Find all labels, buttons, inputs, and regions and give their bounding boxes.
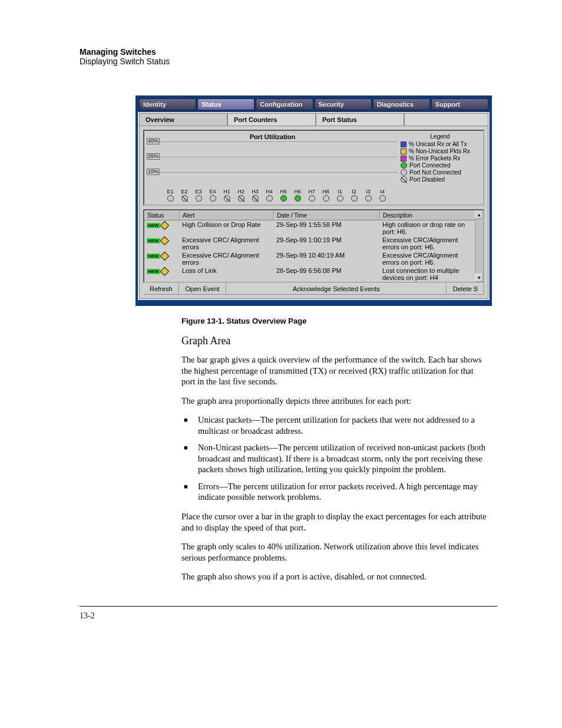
subtab-portcounters[interactable]: Port Counters bbox=[227, 113, 316, 126]
table-row[interactable]: NEWHigh Collision or Drop Rate29-Sep-99 … bbox=[144, 220, 475, 236]
port-label: H6 bbox=[292, 189, 303, 195]
legend-nonunicast: % Non-Unicast Pkts Rx bbox=[409, 148, 470, 154]
port-status-icon[interactable] bbox=[351, 195, 358, 202]
port-utilization-chart: Port Utilization 40% 25% 10% E1E2E3E4H1H… bbox=[143, 130, 484, 206]
list-item: Errors—The percent utilization for error… bbox=[181, 481, 488, 503]
event-body: NEWHigh Collision or Drop Rate29-Sep-99 … bbox=[144, 220, 483, 282]
tab-status[interactable]: Status bbox=[197, 98, 254, 110]
event-header: Status Alert Date / Time Description bbox=[144, 210, 483, 220]
new-badge-icon: NEW bbox=[147, 238, 160, 243]
port-status-icon[interactable] bbox=[210, 195, 216, 202]
port-status-icon[interactable] bbox=[323, 195, 329, 202]
table-row[interactable]: NEWExcessive CRC/ Alignment errors29-Sep… bbox=[144, 236, 475, 251]
legend-error: % Error Packets Rx bbox=[409, 155, 460, 162]
figure-caption: Figure 13-1. Status Overview Page bbox=[181, 317, 497, 325]
port-status-icon[interactable] bbox=[280, 195, 287, 202]
led-connected-icon bbox=[401, 162, 407, 169]
led-notconnected-icon bbox=[401, 169, 407, 176]
para-2: The graph area proportionally depicts th… bbox=[181, 396, 488, 407]
cell-alert: High Collision or Drop Rate bbox=[180, 220, 274, 236]
table-row[interactable]: NEWExcessive CRC/ Alignment errors29-Sep… bbox=[144, 251, 475, 266]
port-row: E1E2E3E4H1H2H3H4H5H6H7H8I1I2I3I4 bbox=[148, 189, 397, 203]
alert-diamond-icon bbox=[160, 251, 169, 261]
port-label: H1 bbox=[221, 189, 233, 195]
port-label: E4 bbox=[207, 189, 219, 195]
port-status-icon[interactable] bbox=[295, 195, 301, 202]
port-status-icon[interactable] bbox=[167, 195, 174, 202]
tab-identity[interactable]: Identity bbox=[139, 98, 196, 110]
hdr-status[interactable]: Status bbox=[144, 210, 180, 220]
port-status-icon[interactable] bbox=[238, 195, 244, 202]
legend-disabled: Port Disabled bbox=[409, 176, 445, 183]
swatch-nonunicast-icon bbox=[401, 149, 406, 154]
scroll-down-icon[interactable]: ▾ bbox=[475, 274, 483, 282]
port-status-icon[interactable] bbox=[337, 195, 343, 202]
hdr-alert[interactable]: Alert bbox=[180, 210, 274, 220]
subtab-overview[interactable]: Overview bbox=[139, 113, 227, 126]
led-disabled-icon bbox=[401, 176, 407, 183]
list-item: Unicast packets—The percent utilization … bbox=[181, 414, 488, 436]
para-4: The graph only scales to 40% utilization… bbox=[181, 541, 488, 563]
alert-diamond-icon bbox=[160, 220, 169, 230]
port-status-icon[interactable] bbox=[181, 195, 188, 202]
port-status-icon[interactable] bbox=[379, 195, 386, 202]
hdr-desc[interactable]: Description bbox=[380, 210, 483, 220]
port-label: E3 bbox=[193, 189, 204, 195]
cell-alert: Excessive CRC/ Alignment errors bbox=[180, 251, 274, 266]
acknowledge-button[interactable]: Acknowledge Selected Events bbox=[226, 283, 447, 295]
port-label: H4 bbox=[263, 189, 275, 195]
port-status-icon[interactable] bbox=[224, 195, 230, 202]
port-status-icon[interactable] bbox=[252, 195, 259, 202]
port-label: H8 bbox=[320, 189, 332, 195]
port-status-icon[interactable] bbox=[365, 195, 372, 202]
new-badge-icon: NEW bbox=[147, 269, 160, 274]
tab-configuration[interactable]: Configuration bbox=[256, 98, 313, 110]
tab-diagnostics[interactable]: Diagnostics bbox=[373, 98, 430, 110]
cell-datetime: 29-Sep-99 10:40:19 AM bbox=[274, 251, 380, 266]
open-event-button[interactable]: Open Event bbox=[179, 283, 226, 295]
swatch-unicast-icon bbox=[401, 141, 406, 147]
port-label: E1 bbox=[164, 189, 176, 195]
port-label: I4 bbox=[376, 189, 388, 195]
legend-title: Legend bbox=[401, 133, 480, 140]
page-number: 13-2 bbox=[80, 606, 497, 621]
scrollbar[interactable]: ▴ ▾ bbox=[475, 210, 483, 282]
port-label: H2 bbox=[235, 189, 247, 195]
cell-desc: Excessive CRC/Alignment errors on port: … bbox=[380, 251, 475, 266]
refresh-button[interactable]: Refresh bbox=[143, 283, 179, 295]
swatch-error-icon bbox=[401, 156, 406, 162]
port-status-icon[interactable] bbox=[196, 195, 202, 202]
cell-datetime: 29-Sep-99 1:00:19 PM bbox=[274, 236, 380, 251]
tab-support[interactable]: Support bbox=[431, 98, 488, 110]
hdr-datetime[interactable]: Date / Time bbox=[274, 210, 380, 220]
port-label: E2 bbox=[178, 189, 190, 195]
running-head-section: Displaying Switch Status bbox=[80, 57, 497, 66]
ytick-25: 25% bbox=[147, 153, 160, 160]
para-3: Place the cursor over a bar in the graph… bbox=[181, 511, 488, 533]
port-label: H5 bbox=[277, 189, 289, 195]
ytick-10: 10% bbox=[147, 169, 160, 175]
cell-datetime: 28-Sep-99 6:56:08 PM bbox=[274, 266, 380, 282]
cell-desc: Lost connection to multiple devices on p… bbox=[380, 266, 475, 282]
scroll-up-icon[interactable]: ▴ bbox=[475, 210, 483, 219]
attributes-list: Unicast packets—The percent utilization … bbox=[181, 414, 488, 503]
port-label: I3 bbox=[362, 189, 374, 195]
table-row[interactable]: NEWLoss of Link28-Sep-99 6:56:08 PMLost … bbox=[144, 266, 475, 282]
cell-alert: Loss of Link bbox=[180, 266, 274, 282]
subtab-portstatus[interactable]: Port Status bbox=[316, 113, 404, 126]
port-status-icon[interactable] bbox=[309, 195, 315, 202]
delete-button[interactable]: Delete S bbox=[447, 283, 484, 295]
tab-security[interactable]: Security bbox=[315, 98, 372, 110]
cell-desc: High collision or drop rate on port: H6. bbox=[380, 220, 475, 236]
chart-grid: 40% 25% 10% bbox=[148, 141, 397, 187]
alert-diamond-icon bbox=[160, 236, 169, 245]
ytick-40: 40% bbox=[147, 138, 160, 144]
sub-tab-bar: Overview Port Counters Port Status bbox=[139, 113, 488, 126]
cell-datetime: 29-Sep-99 1:55:58 PM bbox=[274, 220, 380, 236]
cell-alert: Excessive CRC/ Alignment errors bbox=[180, 236, 274, 251]
cell-desc: Excessive CRC/Alignment errors on port: … bbox=[380, 236, 475, 251]
port-label: H7 bbox=[306, 189, 318, 195]
port-label: H3 bbox=[249, 189, 261, 195]
new-badge-icon: NEW bbox=[147, 223, 160, 228]
port-status-icon[interactable] bbox=[266, 195, 273, 202]
